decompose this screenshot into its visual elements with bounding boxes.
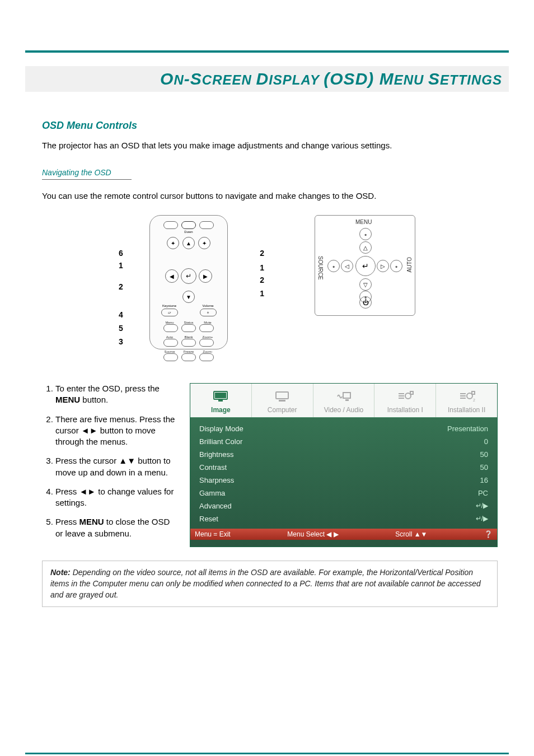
callout-left-1: 1 xyxy=(119,261,123,270)
osd-tab-install2: 2 Installation II xyxy=(436,384,497,417)
subheading: Navigating the OSD xyxy=(42,168,509,177)
note-label: Note: xyxy=(50,568,71,577)
remote-label-keystone: Keystone xyxy=(161,304,178,307)
callout-left-2: 2 xyxy=(119,282,123,291)
install1-icon xyxy=(376,389,434,404)
chapter-title: ON-SCREEN DISPLAY (OSD) MENU SETTINGS xyxy=(32,69,502,88)
osd-tab-label: Installation I xyxy=(387,406,423,414)
remote-ok-button: ↵ xyxy=(181,268,196,284)
remote-outline: Down ✦ ▲ ✦ ◀ ↵ ▶ ▼ xyxy=(149,215,228,349)
osd-row: GammaPC xyxy=(198,487,489,500)
install2-icon: 2 xyxy=(437,389,496,404)
bottom-rule xyxy=(25,753,509,754)
remote-dpad: ◀ ↵ ▶ xyxy=(165,253,212,300)
osd-row: Display ModePresentation xyxy=(198,422,489,435)
nav-intro: You can use the remote control cursor bu… xyxy=(42,190,509,202)
remote-top-button xyxy=(163,221,178,229)
remote-auto-button xyxy=(163,339,178,347)
osd-tabs: Image Computer Video / Audio xyxy=(190,384,497,418)
osd-footer-scroll: Scroll ▲▼ xyxy=(395,530,427,538)
panel-left-button: ◁ xyxy=(341,260,353,272)
panel-auto-dot: ∘ xyxy=(390,260,402,272)
note-box: Note: Depending on the video source, not… xyxy=(42,561,498,607)
panel-label-source: SOURCE xyxy=(317,256,324,280)
top-rule xyxy=(25,50,509,53)
svg-rect-3 xyxy=(276,392,288,399)
osd-row: Sharpness16 xyxy=(198,474,489,487)
step-2: There are five menus. Press the cursor ◄… xyxy=(55,414,176,448)
osd-tab-label: Computer xyxy=(268,406,297,414)
osd-tab-computer: Computer xyxy=(252,384,313,417)
panel-right-button: ▷ xyxy=(377,260,389,272)
panel-power-button: ⏻ xyxy=(359,296,372,309)
callout-left-5: 5 xyxy=(119,324,123,333)
callout-left-4: 4 xyxy=(119,310,123,319)
remote-hint-left: ✦ xyxy=(167,237,179,249)
panel-diagram: MENU SOURCE AUTO ∘ △ ∘ ◁ ↵ ▷ ∘ ▽ ∘ ⏻ xyxy=(315,215,415,355)
remote-right-button: ▶ xyxy=(199,269,212,283)
osd-rows: Display ModePresentation Brilliant Color… xyxy=(190,418,497,529)
remote-zoomplus-button xyxy=(199,339,214,347)
osd-row: Advanced↵/▶ xyxy=(198,500,489,512)
remote-volume-button: + xyxy=(200,309,217,316)
panel-label-auto: AUTO xyxy=(406,257,413,273)
svg-rect-6 xyxy=(345,399,349,401)
intro-paragraph: The projector has an OSD that lets you m… xyxy=(42,139,509,151)
section-heading: OSD Menu Controls xyxy=(42,120,509,132)
computer-icon xyxy=(253,389,312,404)
osd-tab-label: Installation II xyxy=(448,406,485,414)
remote-top-button-2 xyxy=(199,221,214,229)
remote-keystone-button: ▱ xyxy=(161,309,178,316)
panel-outline: MENU SOURCE AUTO ∘ △ ∘ ◁ ↵ ▷ ∘ ▽ ∘ ⏻ xyxy=(315,215,415,316)
step-1: To enter the OSD, press the MENU button. xyxy=(55,383,176,406)
panel-down-button: ▽ xyxy=(359,278,372,291)
callout-right-1a: 1 xyxy=(260,263,264,272)
osd-row: Brilliant Color0 xyxy=(198,435,489,448)
remote-diagram: 2 1 2 1 6 1 2 4 5 3 Down ✦ xyxy=(119,215,264,355)
osd-row: Reset↵/▶ xyxy=(198,512,489,525)
callout-left-6: 6 xyxy=(119,249,123,258)
osd-screenshot: Image Computer Video / Audio xyxy=(190,383,498,547)
page: ON-SCREEN DISPLAY (OSD) MENU SETTINGS OS… xyxy=(0,0,534,756)
callout-right-2a: 2 xyxy=(260,249,264,258)
panel-source-dot: ∘ xyxy=(327,260,340,272)
monitor-icon xyxy=(191,389,250,404)
step-3: Press the cursor ▲▼ button to move up an… xyxy=(55,455,176,478)
osd-row: Contrast50 xyxy=(198,461,489,474)
step-5: Press MENU to close the OSD or leave a s… xyxy=(55,516,176,539)
steps-list: To enter the OSD, press the MENU button.… xyxy=(42,383,176,547)
svg-rect-5 xyxy=(343,393,350,398)
osd-tab-label: Video / Audio xyxy=(324,406,364,414)
svg-rect-1 xyxy=(215,393,226,398)
svg-rect-16 xyxy=(472,391,475,394)
remote-freeze-button xyxy=(181,353,196,361)
callout-right-1b: 1 xyxy=(260,289,264,298)
chapter-title-bar: ON-SCREEN DISPLAY (OSD) MENU SETTINGS xyxy=(25,66,509,92)
remote-mute-button xyxy=(199,324,214,332)
panel-enter-button: ↵ xyxy=(355,256,376,276)
callout-left-3: 3 xyxy=(119,337,123,346)
remote-zoomminus-button xyxy=(199,353,214,361)
svg-text:2: 2 xyxy=(473,398,475,402)
remote-source-button xyxy=(163,353,178,361)
remote-enter-button xyxy=(181,221,196,229)
callout-right-2b: 2 xyxy=(260,276,264,284)
remote-hint-right: ✦ xyxy=(198,237,210,249)
remote-label-volume: Volume xyxy=(200,304,217,307)
panel-label-menu: MENU xyxy=(355,219,372,225)
svg-rect-11 xyxy=(410,391,413,394)
osd-tab-image: Image xyxy=(190,384,252,417)
osd-tab-video-audio: Video / Audio xyxy=(313,384,375,417)
osd-footer-help-icon: ❔ xyxy=(484,530,493,538)
svg-rect-2 xyxy=(218,400,223,402)
osd-row: Brightness50 xyxy=(198,448,489,461)
subheading-rule xyxy=(42,179,132,180)
panel-menu-dot: ∘ xyxy=(359,228,372,240)
step-4: Press ◄► to change values for settings. xyxy=(55,486,176,509)
osd-footer: Menu = Exit Menu Select ◀ ▶ Scroll ▲▼ ❔ xyxy=(190,529,497,540)
panel-up-button: △ xyxy=(359,241,372,254)
osd-footer-exit: Menu = Exit xyxy=(195,530,231,538)
diagram-row: 2 1 2 1 6 1 2 4 5 3 Down ✦ xyxy=(25,215,509,355)
svg-rect-4 xyxy=(279,400,285,402)
remote-menu-button xyxy=(163,324,178,332)
